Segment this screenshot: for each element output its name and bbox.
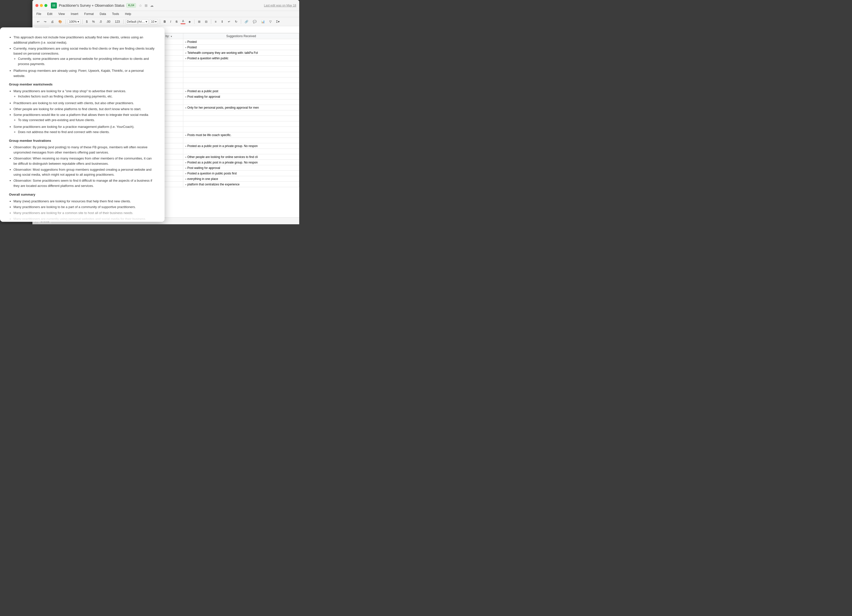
wrap-button[interactable]: ↵ (227, 20, 232, 24)
menu-bar: File Edit View Insert Format Data Tools … (32, 11, 299, 17)
undo-button[interactable]: ↩ (35, 20, 41, 24)
filter-icon-f[interactable]: ▼ (170, 35, 172, 38)
cell-suggestion[interactable]: ▼ platform that centralizes the experien… (183, 182, 299, 187)
cell-suggestion[interactable]: ▼ Post waiting for approval (183, 94, 299, 99)
currency-button[interactable]: $ (85, 20, 89, 24)
cell-suggestion[interactable]: ▼ Posted as a public post in a private g… (183, 160, 299, 165)
maximize-button[interactable] (44, 4, 47, 7)
list-item: Many practitioners are currently using p… (14, 217, 156, 222)
app-icon (51, 3, 57, 9)
cell-suggestion[interactable] (183, 127, 299, 132)
cell-suggestion[interactable]: ▼ Other people are looking for online se… (183, 154, 299, 160)
section-heading-summary: Overall summary (9, 192, 156, 197)
cell-suggestion[interactable]: ▼ Only for her personal posts, pending a… (183, 105, 299, 110)
comment-button[interactable]: 💬 (251, 20, 258, 24)
menu-file[interactable]: File (35, 12, 42, 17)
svg-rect-1 (53, 5, 54, 5)
list-item: Does not address the need to find and co… (18, 130, 156, 135)
menu-view[interactable]: View (57, 12, 66, 17)
frustrations-bullets: Observation: By joining (and posting) to… (14, 145, 156, 188)
format-number-button[interactable]: 123 (113, 20, 121, 24)
last-edit-text[interactable]: Last edit was on May 18 (264, 4, 296, 7)
redo-button[interactable]: ↪ (42, 20, 48, 24)
close-button[interactable] (35, 4, 38, 7)
minimize-button[interactable] (40, 4, 43, 7)
cell-suggestion[interactable] (183, 138, 299, 143)
menu-edit[interactable]: Edit (46, 12, 53, 17)
cell-suggestion[interactable]: ▼ Posted (183, 45, 299, 50)
cell-suggestion[interactable] (183, 110, 299, 116)
paint-format-button[interactable]: 🎨 (57, 20, 63, 24)
cell-suggestion[interactable]: ▼ everything in one place (183, 176, 299, 182)
cell-suggestion[interactable]: ▼ Posted (183, 39, 299, 45)
cell-suggestion[interactable]: ▼ Posted as a public post in a private g… (183, 143, 299, 149)
cell-suggestion[interactable] (183, 66, 299, 72)
list-item: Other people are looking for online plat… (14, 107, 156, 112)
cell-suggestion[interactable] (183, 116, 299, 121)
separator-7 (241, 20, 241, 24)
cell-suggestion[interactable]: ▼ Posted a question in public posts firs… (183, 171, 299, 176)
list-item: Includes factors such as finding clients… (18, 94, 156, 99)
cell-suggestion[interactable] (183, 72, 299, 77)
section-heading-frustrations: Group member frustrations (9, 138, 156, 143)
borders-button[interactable]: ⊞ (196, 20, 202, 24)
decimal-less-button[interactable]: .0 (98, 20, 103, 24)
rotate-button[interactable]: ↻ (233, 20, 239, 24)
menu-tools[interactable]: Tools (111, 12, 120, 17)
list-item: Many practitioners are looking to be a p… (14, 205, 156, 210)
function-button[interactable]: Σ▾ (275, 20, 281, 24)
font-color-button[interactable]: A (181, 19, 186, 24)
list-item: Practitioners are looking to not only co… (14, 101, 156, 106)
list-item: Platforms group members are already usin… (14, 68, 156, 79)
document-title: Practitioner's Survey + Observation Stat… (59, 3, 124, 8)
percent-button[interactable]: % (91, 20, 96, 24)
decimal-more-button[interactable]: .00 (105, 20, 112, 24)
list-item: To stay connected with pre-existing and … (18, 117, 156, 123)
grid-icon[interactable]: ⊞ (145, 3, 148, 8)
separator-4 (160, 20, 160, 24)
cell-suggestion[interactable]: ▼ Posted as a public post (183, 89, 299, 94)
cell-suggestion[interactable] (183, 83, 299, 89)
separator-5 (194, 20, 195, 24)
menu-help[interactable]: Help (124, 12, 132, 17)
filter-button[interactable]: ▽ (268, 20, 273, 24)
cell-suggestion[interactable] (183, 121, 299, 127)
svg-rect-3 (53, 6, 54, 6)
menu-data[interactable]: Data (99, 12, 107, 17)
print-button[interactable]: 🖨 (49, 20, 55, 24)
title-action-icons: ☆ ⊞ ☁ (139, 3, 154, 8)
cell-suggestion[interactable] (183, 99, 299, 105)
cell-suggestion[interactable] (183, 149, 299, 154)
cell-suggestion[interactable] (183, 77, 299, 83)
cell-suggestion[interactable]: ▼ Post waiting for approval (183, 165, 299, 171)
bold-button[interactable]: B (162, 20, 167, 24)
svg-rect-6 (54, 6, 55, 6)
italic-button[interactable]: I (169, 20, 172, 24)
link-button[interactable]: 🔗 (243, 20, 250, 24)
cloud-icon[interactable]: ☁ (150, 3, 154, 8)
menu-insert[interactable]: Insert (70, 12, 79, 17)
star-icon[interactable]: ☆ (139, 3, 142, 8)
svg-rect-4 (54, 5, 55, 5)
cell-suggestion[interactable] (183, 61, 299, 66)
strikethrough-button[interactable]: S (174, 20, 179, 24)
menu-format[interactable]: Format (83, 12, 95, 17)
font-size-dropdown[interactable]: 10 ▾ (150, 19, 158, 24)
svg-rect-5 (54, 5, 55, 6)
list-item: Many practitioners are looking for a "on… (14, 89, 156, 99)
svg-rect-2 (53, 5, 54, 6)
cell-suggestion[interactable]: ▼ Posted a question within public (183, 56, 299, 61)
cell-suggestion[interactable]: ▼ Posts must be life coach specific. (183, 132, 299, 138)
cell-suggestion[interactable]: ▼ Telehealth company they are working wi… (183, 50, 299, 56)
col-header-g[interactable]: Suggestions Received (183, 33, 299, 39)
valign-button[interactable]: ⇕ (219, 20, 225, 24)
highlight-button[interactable]: ◈ (187, 20, 192, 24)
chart-button[interactable]: 📊 (260, 20, 266, 24)
intro-bullets: This approach does not include how pract… (14, 35, 156, 78)
merge-button[interactable]: ⊟ (204, 20, 209, 24)
title-bar: Practitioner's Survey + Observation Stat… (32, 0, 299, 11)
zoom-dropdown[interactable]: 100% ▾ (68, 19, 80, 24)
font-dropdown[interactable]: Default (Ari… ▾ (126, 19, 148, 24)
list-item: Some practitioners are looking for a pra… (14, 124, 156, 135)
align-button[interactable]: ≡ (213, 20, 218, 24)
